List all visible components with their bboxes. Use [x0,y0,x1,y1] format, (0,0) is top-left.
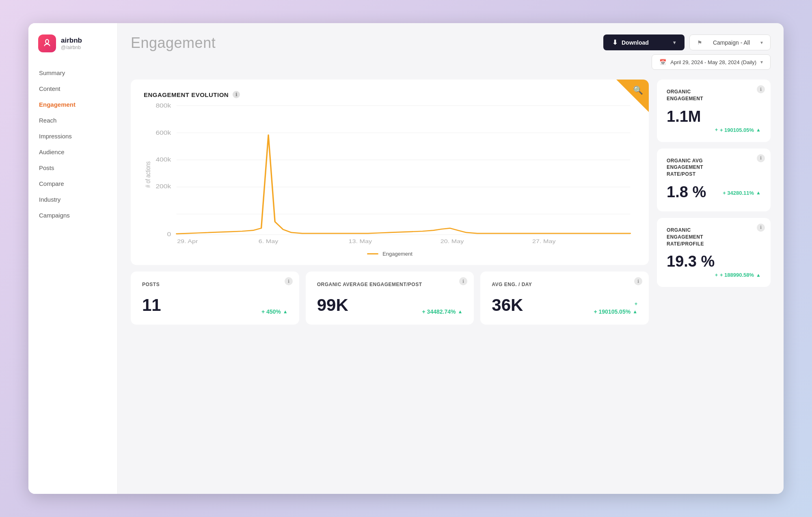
avg-eng-day-change-row: + 190105.05% ▲ [594,308,637,315]
organic-engagement-rate-profile-change-row: + + 188990.58% ▲ [667,272,761,278]
posts-value: 11 [142,295,161,315]
organic-avg-engagement-change: + 34482.74% [422,308,456,315]
campaign-label: Campaign - All [713,39,750,46]
organic-engagement-label: ORGANICENGAGEMENT [667,88,761,102]
organic-avg-rate-post-value: 1.8 % [667,183,706,201]
brand-handle: @/airbnb [61,45,82,50]
sidebar-item-compare[interactable]: Compare [33,176,112,191]
main-content: Engagement ⬇ Download ▾ ⚑ Campaign - All… [118,23,784,494]
sidebar-item-engagement[interactable]: Engagement [33,97,112,112]
svg-text:600k: 600k [155,129,171,136]
sidebar-item-summary[interactable]: Summary [33,65,112,80]
download-button[interactable]: ⬇ Download ▾ [603,34,685,50]
organic-engagement-up-arrow-icon: ▲ [756,127,761,133]
posts-info-icon[interactable]: ℹ [285,277,293,285]
main-header: Engagement ⬇ Download ▾ ⚑ Campaign - All… [131,34,771,70]
organic-avg-rate-post-card: ℹ ORGANIC AVGENGAGEMENTRATE/POST 1.8 % +… [657,149,771,211]
download-icon: ⬇ [612,39,618,46]
sidebar-brand: airbnb @/airbnb [28,34,117,65]
organic-avg-rate-post-info-icon[interactable]: ℹ [757,154,765,162]
chart-svg-container: 800k 600k 400k 200k 0 # of actions [144,101,636,248]
organic-avg-rate-post-up-arrow-icon: ▲ [756,190,761,196]
organic-avg-engagement-value: 99K [317,295,348,315]
svg-text:200k: 200k [155,183,171,190]
organic-avg-engagement-info-icon[interactable]: ℹ [459,277,467,285]
organic-avg-engagement-up-arrow-icon: ▲ [458,309,462,315]
chart-legend: Engagement [144,251,636,257]
svg-text:# of actions: # of actions [145,162,152,188]
svg-text:0: 0 [167,231,171,237]
organic-engagement-rate-profile-plus-icon: + [715,272,718,278]
sidebar-item-content[interactable]: Content [33,81,112,96]
organic-engagement-rate-profile-info-icon[interactable]: ℹ [757,224,765,232]
organic-engagement-plus-icon: + [715,127,718,133]
campaign-filter-button[interactable]: ⚑ Campaign - All ▾ [689,34,771,50]
organic-engagement-rate-profile-label: ORGANICENGAGEMENTRATE/PROFILE [667,227,761,247]
bottom-stat-cards: ℹ POSTS 11 + 450% ▲ ℹ ORGANIC [131,271,649,325]
content-grid: 🔍 ENGAGEMENT EVOLUTION ℹ [131,80,771,483]
organic-avg-engagement-label: ORGANIC AVERAGE ENGAGEMENT/POST [317,281,463,288]
avg-eng-day-info-icon[interactable]: ℹ [634,277,642,285]
posts-up-arrow-icon: ▲ [283,309,288,315]
page-title: Engagement [131,34,216,52]
date-range-label: April 29, 2024 - May 28, 2024 (Daily) [670,59,756,65]
download-label: Download [622,39,649,46]
sidebar-item-audience[interactable]: Audience [33,144,112,159]
svg-text:20. May: 20. May [441,239,464,244]
chart-area: 🔍 ENGAGEMENT EVOLUTION ℹ [131,80,649,483]
legend-label: Engagement [382,251,412,257]
sidebar-item-posts[interactable]: Posts [33,160,112,175]
svg-text:27. May: 27. May [532,239,556,244]
organic-engagement-rate-profile-value: 19.3 % [667,253,761,270]
organic-engagement-rate-profile-card: ℹ ORGANICENGAGEMENTRATE/PROFILE 19.3 % +… [657,218,771,287]
organic-engagement-info-icon[interactable]: ℹ [757,85,765,93]
avg-eng-day-card: ℹ AVG ENG. / DAY 36K + + 190105.05% ▲ [480,271,649,325]
campaign-chevron-icon: ▾ [760,40,763,45]
chart-title: ENGAGEMENT EVOLUTION ℹ [144,91,636,98]
sidebar-item-reach[interactable]: Reach [33,113,112,128]
posts-change: + 450% [261,308,281,315]
chart-info-icon[interactable]: ℹ [233,91,240,98]
organic-avg-rate-post-label: ORGANIC AVGENGAGEMENTRATE/POST [667,157,761,178]
organic-engagement-rate-profile-change: + 188990.58% [720,272,754,278]
calendar-icon: 📅 [659,59,666,65]
legend-line [367,253,378,254]
organic-avg-engagement-card: ℹ ORGANIC AVERAGE ENGAGEMENT/POST 99K + … [306,271,474,325]
svg-text:400k: 400k [155,157,171,163]
organic-engagement-rate-profile-up-arrow-icon: ▲ [756,272,761,278]
search-icon[interactable]: 🔍 [633,85,643,95]
campaign-icon: ⚑ [697,39,702,46]
nav-items: Summary Content Engagement Reach Impress… [28,65,117,223]
sidebar-item-campaigns[interactable]: Campaigns [33,208,112,223]
posts-change-row: + 450% ▲ [261,308,288,315]
organic-engagement-change: + 190105.05% [720,127,754,133]
organic-engagement-change-row: + + 190105.05% ▲ [667,127,761,133]
svg-text:13. May: 13. May [349,239,372,244]
date-chevron-icon: ▾ [760,59,763,65]
posts-stat-card: ℹ POSTS 11 + 450% ▲ [131,271,299,325]
posts-label: POSTS [142,281,288,288]
sidebar: airbnb @/airbnb Summary Content Engageme… [28,23,118,494]
svg-text:800k: 800k [155,103,171,109]
date-range-button[interactable]: 📅 April 29, 2024 - May 28, 2024 (Daily) … [652,54,771,70]
organic-engagement-value: 1.1M [667,108,761,125]
avg-eng-day-label: AVG ENG. / DAY [492,281,637,288]
svg-text:29. Apr: 29. Apr [177,239,198,244]
right-stats-column: ℹ ORGANICENGAGEMENT 1.1M + + 190105.05% … [657,80,771,483]
sidebar-item-impressions[interactable]: Impressions [33,129,112,144]
engagement-chart-svg: 800k 600k 400k 200k 0 # of actions [144,101,636,248]
sidebar-item-industry[interactable]: Industry [33,192,112,207]
avg-eng-day-up-arrow-icon: ▲ [633,309,637,315]
organic-engagement-card: ℹ ORGANICENGAGEMENT 1.1M + + 190105.05% … [657,80,771,142]
svg-text:6. May: 6. May [259,239,279,244]
brand-text: airbnb @/airbnb [61,37,82,50]
avg-eng-day-value: 36K [492,295,523,315]
brand-logo [38,34,56,52]
engagement-chart-card: 🔍 ENGAGEMENT EVOLUTION ℹ [131,80,649,265]
download-chevron-icon: ▾ [673,40,676,45]
app-container: airbnb @/airbnb Summary Content Engageme… [28,23,784,494]
organic-avg-engagement-change-row: + 34482.74% ▲ [422,308,463,315]
avg-eng-day-plus: + [635,301,637,307]
avg-eng-day-change: + 190105.05% [594,308,631,315]
organic-avg-rate-post-change-row: + 34280.11% ▲ [723,190,761,196]
